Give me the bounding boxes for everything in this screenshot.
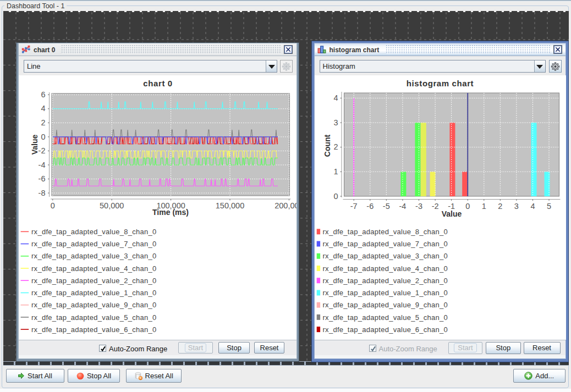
svg-text:rx_dfe_tap_adapted_value_6_cha: rx_dfe_tap_adapted_value_6_chan_0 — [322, 325, 448, 334]
svg-text:4: 4 — [530, 202, 535, 211]
svg-text:rx_dfe_tap_adapted_value_7_cha: rx_dfe_tap_adapted_value_7_chan_0 — [31, 240, 157, 248]
svg-text:-6: -6 — [366, 202, 374, 211]
svg-text:0: 0 — [51, 201, 55, 210]
svg-text:2: 2 — [498, 202, 502, 211]
svg-text:rx_dfe_tap_adapted_value_9_cha: rx_dfe_tap_adapted_value_9_chan_0 — [31, 301, 157, 309]
svg-text:rx_dfe_tap_adapted_value_8_cha: rx_dfe_tap_adapted_value_8_chan_0 — [322, 228, 448, 236]
svg-text:2: 2 — [41, 118, 45, 127]
svg-text:-8: -8 — [39, 189, 46, 197]
svg-text:rx_dfe_tap_adapted_value_1_cha: rx_dfe_tap_adapted_value_1_chan_0 — [31, 289, 157, 297]
svg-text:Time (ms): Time (ms) — [152, 208, 189, 217]
svg-text:chart 0: chart 0 — [143, 79, 172, 88]
svg-text:Value: Value — [441, 209, 462, 218]
svg-text:rx_dfe_tap_adapted_value_7_cha: rx_dfe_tap_adapted_value_7_chan_0 — [322, 240, 448, 248]
svg-text:rx_dfe_tap_adapted_value_3_cha: rx_dfe_tap_adapted_value_3_chan_0 — [322, 252, 448, 260]
svg-text:rx_dfe_tap_adapted_value_2_cha: rx_dfe_tap_adapted_value_2_chan_0 — [322, 277, 448, 285]
svg-text:rx_dfe_tap_adapted_value_2_cha: rx_dfe_tap_adapted_value_2_chan_0 — [31, 277, 157, 285]
svg-text:150,000: 150,000 — [216, 201, 244, 210]
svg-text:Value: Value — [30, 135, 39, 155]
svg-text:rx_dfe_tap_adapted_value_8_cha: rx_dfe_tap_adapted_value_8_chan_0 — [31, 228, 157, 236]
svg-text:-4: -4 — [39, 161, 46, 169]
svg-text:4: 4 — [333, 93, 338, 102]
svg-text:rx_dfe_tap_adapted_value_5_cha: rx_dfe_tap_adapted_value_5_chan_0 — [322, 313, 448, 322]
svg-text:3: 3 — [514, 202, 518, 211]
svg-text:5: 5 — [546, 202, 551, 211]
svg-text:1: 1 — [333, 167, 338, 176]
svg-text:0: 0 — [333, 192, 338, 201]
svg-text:Count: Count — [323, 134, 332, 157]
svg-text:rx_dfe_tap_adapted_value_3_cha: rx_dfe_tap_adapted_value_3_chan_0 — [31, 252, 157, 260]
svg-text:-7: -7 — [350, 202, 357, 211]
svg-text:rx_dfe_tap_adapted_value_9_cha: rx_dfe_tap_adapted_value_9_chan_0 — [322, 301, 448, 309]
svg-text:3: 3 — [333, 118, 338, 127]
svg-text:-4: -4 — [399, 202, 406, 211]
svg-text:histogram chart: histogram chart — [406, 79, 473, 88]
svg-text:-3: -3 — [415, 202, 422, 211]
svg-text:1: 1 — [481, 202, 486, 211]
svg-text:rx_dfe_tap_adapted_value_1_cha: rx_dfe_tap_adapted_value_1_chan_0 — [322, 289, 448, 297]
svg-text:-5: -5 — [382, 202, 389, 211]
svg-text:-2: -2 — [431, 202, 438, 211]
svg-text:0: 0 — [41, 132, 45, 141]
svg-text:200,000: 200,000 — [274, 201, 297, 210]
svg-text:rx_dfe_tap_adapted_value_5_cha: rx_dfe_tap_adapted_value_5_chan_0 — [31, 313, 157, 322]
svg-text:rx_dfe_tap_adapted_value_4_cha: rx_dfe_tap_adapted_value_4_chan_0 — [31, 264, 157, 273]
svg-text:50,000: 50,000 — [100, 201, 124, 210]
svg-text:4: 4 — [41, 104, 45, 113]
svg-text:0: 0 — [465, 202, 470, 211]
svg-text:rx_dfe_tap_adapted_value_6_cha: rx_dfe_tap_adapted_value_6_chan_0 — [31, 325, 157, 334]
svg-text:rx_dfe_tap_adapted_value_4_cha: rx_dfe_tap_adapted_value_4_chan_0 — [322, 264, 448, 273]
svg-text:6: 6 — [41, 90, 45, 99]
svg-text:2: 2 — [333, 142, 338, 151]
svg-text:-6: -6 — [39, 174, 46, 183]
svg-text:-2: -2 — [39, 146, 46, 155]
